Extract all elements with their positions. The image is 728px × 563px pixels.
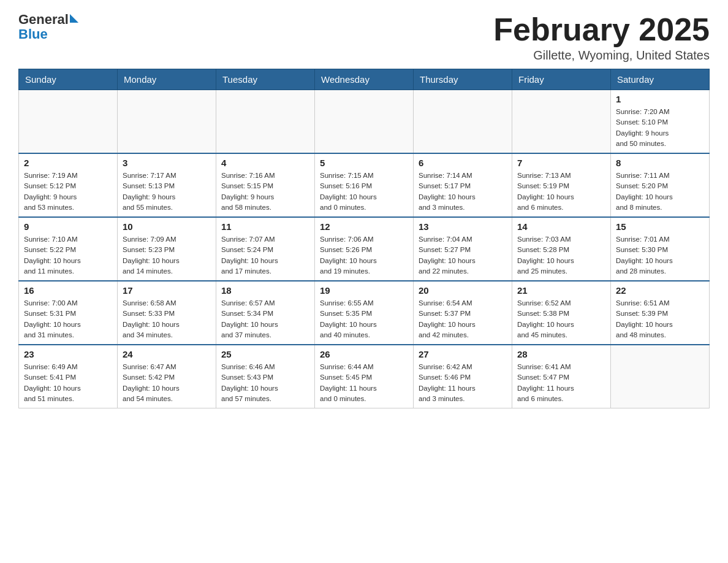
calendar-week-row: 2Sunrise: 7:19 AM Sunset: 5:12 PM Daylig… <box>19 153 710 217</box>
weekday-header-saturday: Saturday <box>611 69 710 90</box>
day-info: Sunrise: 7:04 AM Sunset: 5:27 PM Dayligh… <box>419 234 507 277</box>
day-number: 24 <box>123 349 211 359</box>
day-number: 13 <box>419 221 507 232</box>
day-info: Sunrise: 7:20 AM Sunset: 5:10 PM Dayligh… <box>616 107 704 149</box>
calendar-cell: 26Sunrise: 6:44 AM Sunset: 5:45 PM Dayli… <box>315 345 414 408</box>
day-info: Sunrise: 7:15 AM Sunset: 5:16 PM Dayligh… <box>320 170 408 213</box>
calendar-cell: 3Sunrise: 7:17 AM Sunset: 5:13 PM Daylig… <box>118 153 216 217</box>
calendar-cell <box>118 90 216 154</box>
calendar-cell <box>512 90 611 154</box>
day-number: 9 <box>24 221 112 232</box>
day-number: 3 <box>123 158 211 168</box>
day-number: 19 <box>320 285 408 296</box>
day-info: Sunrise: 7:09 AM Sunset: 5:23 PM Dayligh… <box>123 234 211 277</box>
weekday-header-row: SundayMondayTuesdayWednesdayThursdayFrid… <box>19 69 710 90</box>
calendar-cell: 2Sunrise: 7:19 AM Sunset: 5:12 PM Daylig… <box>19 153 118 217</box>
logo: General Blue <box>18 12 78 42</box>
calendar-cell <box>216 90 315 154</box>
calendar-cell: 12Sunrise: 7:06 AM Sunset: 5:26 PM Dayli… <box>315 217 414 281</box>
day-info: Sunrise: 6:44 AM Sunset: 5:45 PM Dayligh… <box>320 362 408 404</box>
calendar-table: SundayMondayTuesdayWednesdayThursdayFrid… <box>18 69 710 408</box>
day-info: Sunrise: 6:46 AM Sunset: 5:43 PM Dayligh… <box>221 362 309 404</box>
weekday-header-monday: Monday <box>118 69 216 90</box>
day-number: 6 <box>419 158 507 168</box>
day-number: 20 <box>419 285 507 296</box>
calendar-cell: 1Sunrise: 7:20 AM Sunset: 5:10 PM Daylig… <box>611 90 710 154</box>
calendar-cell: 28Sunrise: 6:41 AM Sunset: 5:47 PM Dayli… <box>512 345 611 408</box>
logo-blue-text: Blue <box>18 26 48 42</box>
day-number: 27 <box>419 349 507 359</box>
weekday-header-thursday: Thursday <box>414 69 512 90</box>
month-title: February 2025 <box>493 12 710 47</box>
day-number: 18 <box>221 285 309 296</box>
calendar-week-row: 23Sunrise: 6:49 AM Sunset: 5:41 PM Dayli… <box>19 345 710 408</box>
day-number: 5 <box>320 158 408 168</box>
day-number: 14 <box>517 221 605 232</box>
calendar-cell: 5Sunrise: 7:15 AM Sunset: 5:16 PM Daylig… <box>315 153 414 217</box>
calendar-cell: 24Sunrise: 6:47 AM Sunset: 5:42 PM Dayli… <box>118 345 216 408</box>
day-info: Sunrise: 7:10 AM Sunset: 5:22 PM Dayligh… <box>24 234 112 277</box>
calendar-cell: 7Sunrise: 7:13 AM Sunset: 5:19 PM Daylig… <box>512 153 611 217</box>
calendar-cell: 10Sunrise: 7:09 AM Sunset: 5:23 PM Dayli… <box>118 217 216 281</box>
day-number: 1 <box>616 94 704 104</box>
calendar-cell: 23Sunrise: 6:49 AM Sunset: 5:41 PM Dayli… <box>19 345 118 408</box>
day-info: Sunrise: 6:42 AM Sunset: 5:46 PM Dayligh… <box>419 362 507 404</box>
day-info: Sunrise: 7:14 AM Sunset: 5:17 PM Dayligh… <box>419 170 507 213</box>
day-number: 11 <box>221 221 309 232</box>
day-number: 25 <box>221 349 309 359</box>
day-info: Sunrise: 6:55 AM Sunset: 5:35 PM Dayligh… <box>320 298 408 340</box>
calendar-cell: 6Sunrise: 7:14 AM Sunset: 5:17 PM Daylig… <box>414 153 512 217</box>
day-info: Sunrise: 6:52 AM Sunset: 5:38 PM Dayligh… <box>517 298 605 340</box>
day-number: 23 <box>24 349 112 359</box>
logo-general-text: General <box>18 12 69 27</box>
day-info: Sunrise: 6:58 AM Sunset: 5:33 PM Dayligh… <box>123 298 211 340</box>
calendar-cell <box>414 90 512 154</box>
day-info: Sunrise: 7:16 AM Sunset: 5:15 PM Dayligh… <box>221 170 309 213</box>
day-info: Sunrise: 7:07 AM Sunset: 5:24 PM Dayligh… <box>221 234 309 277</box>
calendar-cell: 16Sunrise: 7:00 AM Sunset: 5:31 PM Dayli… <box>19 281 118 345</box>
calendar-cell: 4Sunrise: 7:16 AM Sunset: 5:15 PM Daylig… <box>216 153 315 217</box>
location-subtitle: Gillette, Wyoming, United States <box>493 48 710 63</box>
logo-triangle-icon <box>70 14 78 23</box>
day-info: Sunrise: 7:19 AM Sunset: 5:12 PM Dayligh… <box>24 170 112 213</box>
day-number: 12 <box>320 221 408 232</box>
day-number: 8 <box>616 158 704 168</box>
day-info: Sunrise: 7:11 AM Sunset: 5:20 PM Dayligh… <box>616 170 704 213</box>
calendar-cell <box>19 90 118 154</box>
calendar-cell: 11Sunrise: 7:07 AM Sunset: 5:24 PM Dayli… <box>216 217 315 281</box>
day-info: Sunrise: 6:54 AM Sunset: 5:37 PM Dayligh… <box>419 298 507 340</box>
calendar-cell: 14Sunrise: 7:03 AM Sunset: 5:28 PM Dayli… <box>512 217 611 281</box>
calendar-week-row: 16Sunrise: 7:00 AM Sunset: 5:31 PM Dayli… <box>19 281 710 345</box>
calendar-cell: 15Sunrise: 7:01 AM Sunset: 5:30 PM Dayli… <box>611 217 710 281</box>
day-number: 26 <box>320 349 408 359</box>
calendar-week-row: 9Sunrise: 7:10 AM Sunset: 5:22 PM Daylig… <box>19 217 710 281</box>
calendar-cell: 20Sunrise: 6:54 AM Sunset: 5:37 PM Dayli… <box>414 281 512 345</box>
day-info: Sunrise: 6:51 AM Sunset: 5:39 PM Dayligh… <box>616 298 704 340</box>
day-info: Sunrise: 7:13 AM Sunset: 5:19 PM Dayligh… <box>517 170 605 213</box>
weekday-header-friday: Friday <box>512 69 611 90</box>
weekday-header-wednesday: Wednesday <box>315 69 414 90</box>
day-info: Sunrise: 6:49 AM Sunset: 5:41 PM Dayligh… <box>24 362 112 404</box>
weekday-header-tuesday: Tuesday <box>216 69 315 90</box>
day-number: 15 <box>616 221 704 232</box>
day-number: 7 <box>517 158 605 168</box>
calendar-cell: 25Sunrise: 6:46 AM Sunset: 5:43 PM Dayli… <box>216 345 315 408</box>
calendar-cell: 27Sunrise: 6:42 AM Sunset: 5:46 PM Dayli… <box>414 345 512 408</box>
calendar-cell: 21Sunrise: 6:52 AM Sunset: 5:38 PM Dayli… <box>512 281 611 345</box>
calendar-cell: 18Sunrise: 6:57 AM Sunset: 5:34 PM Dayli… <box>216 281 315 345</box>
weekday-header-sunday: Sunday <box>19 69 118 90</box>
calendar-cell <box>315 90 414 154</box>
day-number: 28 <box>517 349 605 359</box>
calendar-cell <box>611 345 710 408</box>
calendar-week-row: 1Sunrise: 7:20 AM Sunset: 5:10 PM Daylig… <box>19 90 710 154</box>
calendar-cell: 13Sunrise: 7:04 AM Sunset: 5:27 PM Dayli… <box>414 217 512 281</box>
day-number: 2 <box>24 158 112 168</box>
day-number: 21 <box>517 285 605 296</box>
calendar-cell: 9Sunrise: 7:10 AM Sunset: 5:22 PM Daylig… <box>19 217 118 281</box>
day-info: Sunrise: 7:01 AM Sunset: 5:30 PM Dayligh… <box>616 234 704 277</box>
calendar-cell: 22Sunrise: 6:51 AM Sunset: 5:39 PM Dayli… <box>611 281 710 345</box>
title-area: February 2025 Gillette, Wyoming, United … <box>493 12 710 63</box>
day-number: 10 <box>123 221 211 232</box>
calendar-cell: 19Sunrise: 6:55 AM Sunset: 5:35 PM Dayli… <box>315 281 414 345</box>
day-number: 17 <box>123 285 211 296</box>
